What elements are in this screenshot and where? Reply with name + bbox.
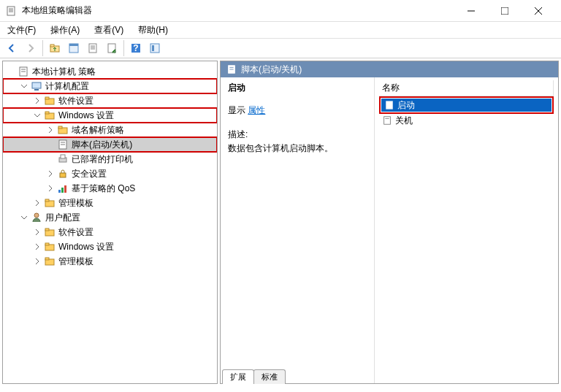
- expander-open-icon[interactable]: [19, 212, 29, 223]
- menu-help[interactable]: 帮助(H): [135, 23, 171, 38]
- tree-label: 基于策略的 QoS: [72, 182, 135, 195]
- list-row-shutdown[interactable]: 关机: [379, 114, 554, 127]
- menu-action[interactable]: 操作(A): [47, 23, 83, 38]
- svg-rect-5: [501, 7, 508, 15]
- up-one-level-button[interactable]: [46, 39, 64, 57]
- tree-root[interactable]: 本地计算机 策略: [3, 64, 217, 79]
- tab-standard[interactable]: 标准: [253, 369, 286, 384]
- script-icon: [57, 139, 69, 150]
- list-row-label: 启动: [397, 99, 415, 112]
- tabs-bottom: 扩展 标准: [222, 369, 285, 384]
- svg-rect-42: [45, 199, 49, 201]
- properties-button[interactable]: [84, 39, 102, 57]
- app-icon: [6, 5, 18, 17]
- list-row-startup[interactable]: 启动: [381, 99, 552, 112]
- menu-view[interactable]: 查看(V): [91, 23, 126, 38]
- tree-dns-policy[interactable]: 域名解析策略: [3, 123, 217, 137]
- tree-windows-settings-user[interactable]: Windows 设置: [3, 239, 217, 254]
- properties-link[interactable]: 属性: [248, 105, 265, 115]
- content-area: 本地计算机 策略 计算机配置 软件设置 Windows 设置: [0, 58, 561, 386]
- minimize-button[interactable]: [454, 0, 488, 22]
- svg-rect-9: [50, 45, 54, 47]
- details-heading: 启动: [228, 82, 367, 94]
- expander-closed-icon[interactable]: [32, 198, 42, 208]
- tree-label: 管理模板: [58, 255, 94, 268]
- folder-icon: [44, 255, 56, 267]
- window-title: 本地组策略编辑器: [22, 4, 454, 17]
- tree-deployed-printers[interactable]: 已部署的打印机: [3, 152, 217, 166]
- svg-rect-11: [69, 44, 78, 46]
- tree-computer-config[interactable]: 计算机配置: [3, 79, 217, 93]
- svg-rect-36: [61, 155, 65, 158]
- svg-rect-27: [45, 97, 49, 99]
- tree-label: 已部署的打印机: [72, 153, 133, 166]
- script-icon: [382, 115, 392, 126]
- tree-user-config[interactable]: 用户配置: [3, 210, 217, 225]
- tab-extended[interactable]: 扩展: [222, 369, 254, 384]
- show-hide-tree-button[interactable]: [65, 39, 83, 57]
- details-left-pane: 启动 显示 属性 描述: 数据包含计算机启动脚本。: [221, 77, 374, 383]
- folder-icon: [44, 226, 56, 238]
- svg-rect-19: [150, 44, 159, 53]
- show-label: 显示: [228, 105, 245, 115]
- expander-closed-icon[interactable]: [45, 125, 56, 135]
- expander-icon: [45, 139, 56, 150]
- expander-closed-icon[interactable]: [45, 169, 56, 179]
- tree-admin-templates-user[interactable]: 管理模板: [3, 254, 217, 269]
- close-button[interactable]: [522, 0, 555, 22]
- svg-rect-29: [45, 112, 49, 114]
- expander-closed-icon[interactable]: [45, 183, 56, 193]
- lock-icon: [57, 168, 69, 180]
- printer-icon: [57, 153, 69, 165]
- filter-button[interactable]: [146, 39, 164, 57]
- svg-point-43: [34, 213, 39, 218]
- menu-file[interactable]: 文件(F): [4, 23, 39, 38]
- details-header-title: 脚本(启动/关机): [241, 64, 302, 76]
- expander-closed-icon[interactable]: [32, 227, 42, 237]
- expander-open-icon[interactable]: [32, 110, 42, 120]
- expander-closed-icon[interactable]: [32, 242, 42, 252]
- column-name[interactable]: 名称: [379, 80, 554, 96]
- menu-bar: 文件(F) 操作(A) 查看(V) 帮助(H): [0, 22, 561, 38]
- policy-icon: [18, 66, 29, 77]
- expander-open-icon[interactable]: [19, 81, 29, 91]
- svg-rect-25: [34, 89, 39, 91]
- details-header: 脚本(启动/关机): [221, 61, 558, 77]
- expander-icon[interactable]: [6, 66, 16, 77]
- forward-button[interactable]: [22, 39, 39, 57]
- toolbar-separator: [123, 40, 124, 56]
- list-header[interactable]: 名称: [379, 80, 554, 96]
- tree-security-settings[interactable]: 安全设置: [3, 166, 217, 181]
- help-button[interactable]: ?: [127, 39, 145, 57]
- back-button[interactable]: [3, 39, 20, 57]
- details-list[interactable]: 名称 启动 关机: [374, 77, 558, 383]
- tree-admin-templates[interactable]: 管理模板: [3, 196, 217, 210]
- maximize-button[interactable]: [488, 0, 522, 22]
- tree-label: 安全设置: [72, 168, 107, 180]
- tree-label: 本地计算机 策略: [32, 66, 96, 78]
- script-icon: [226, 64, 237, 74]
- description-label: 描述:: [228, 128, 367, 141]
- tree-windows-settings[interactable]: Windows 设置: [3, 108, 217, 123]
- tree-label: Windows 设置: [58, 241, 114, 253]
- tree-software-settings[interactable]: 软件设置: [3, 93, 217, 108]
- tree-panel[interactable]: 本地计算机 策略 计算机配置 软件设置 Windows 设置: [2, 61, 218, 384]
- highlight-box: 启动: [379, 96, 554, 114]
- svg-rect-40: [64, 185, 66, 193]
- svg-rect-53: [386, 101, 393, 109]
- folder-icon: [44, 109, 56, 121]
- tree-scripts[interactable]: 脚本(启动/关机): [3, 137, 217, 152]
- user-icon: [31, 212, 42, 223]
- tree-label: 计算机配置: [45, 80, 89, 93]
- tree-software-settings-user[interactable]: 软件设置: [3, 225, 217, 239]
- export-list-button[interactable]: [103, 39, 121, 57]
- svg-rect-24: [32, 82, 41, 88]
- svg-rect-38: [58, 190, 61, 193]
- tree-qos[interactable]: 基于策略的 QoS: [3, 181, 217, 196]
- expander-closed-icon[interactable]: [32, 96, 42, 106]
- expander-closed-icon[interactable]: [32, 256, 42, 266]
- script-icon: [384, 100, 394, 110]
- svg-rect-49: [45, 258, 49, 260]
- details-panel: 脚本(启动/关机) 启动 显示 属性 描述: 数据包含计算机启动脚本。 名称: [220, 61, 559, 384]
- tree-label: Windows 设置: [58, 109, 114, 122]
